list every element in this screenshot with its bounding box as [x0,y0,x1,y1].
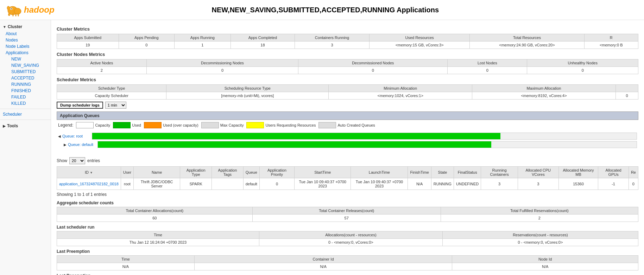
sidebar: ▼ Cluster About Nodes Node Labels Applic… [0,20,51,275]
sidebar-item-running[interactable]: RUNNING [6,81,51,88]
logo: hadoop [6,3,55,17]
header: hadoop NEW,NEW_SAVING,SUBMITTED,ACCEPTED… [0,0,644,20]
legend-auto-created: Auto Created Queues [318,122,375,128]
legend-capacity-box [76,122,94,128]
sidebar-item-scheduler[interactable]: Scheduler [0,111,51,117]
queue-default-link[interactable]: Queue: default [68,142,96,147]
sidebar-item-accepted[interactable]: ACCEPTED [6,75,51,81]
th-queue: Queue [243,167,259,178]
legend-max-capacity-label: Max Capacity [220,123,244,127]
queue-default-arrow[interactable]: ▶ [64,143,67,147]
th-app-type: Application Type [180,167,212,178]
hadoop-text: hadoop [24,5,55,15]
val-scheduler-type: Capacity Scheduler [57,92,166,100]
sidebar-item-node-labels[interactable]: Node Labels [0,43,51,50]
cell-start-time: Tue Jan 10 09:40:37 +0700 2023 [295,178,351,190]
cell-user: root [121,178,133,190]
val-total-releases: 57 [252,215,441,222]
cell-queue: default [243,178,259,190]
th-alloc-cpu: Allocated CPU VCores [518,167,558,178]
cell-alloc-cpu: 3 [518,178,558,190]
dump-logs-interval-select[interactable]: 1 min 5 min 10 min [105,102,126,109]
sidebar-item-new-saving[interactable]: NEW_SAVING [6,62,51,69]
app-id-link[interactable]: application_1673248702182_0018 [59,182,119,186]
val-total-fulfilled: 2 [441,215,638,222]
legend-users-requesting-box [246,122,264,128]
application-queues-title: Application Queues [57,111,638,120]
col-apps-completed: Apps Completed [231,34,295,41]
col-decommissioned-nodes: Decommissioned Nodes [298,59,448,67]
table-row: application_1673248702182_0018 root Thri… [57,178,638,190]
val-containers-running: 3 [295,41,370,49]
th-user: User [121,167,133,178]
legend-used-label: Used [132,123,141,127]
val-preemption-container-id: N/A [194,263,452,270]
queue-root-arrow[interactable]: ◀ [58,134,61,138]
queue-default-bar [98,141,491,148]
th-total-fulfilled: Total Fulfilled Reservations(count) [441,207,638,215]
th-total-releases: Total Container Releases(count) [252,207,441,215]
sidebar-item-about[interactable]: About [0,31,51,37]
sidebar-divider-2 [0,120,51,120]
queue-root-link[interactable]: Queue: root [62,134,90,138]
sidebar-item-applications[interactable]: Applications [0,50,51,56]
legend-max-capacity: Max Capacity [201,122,244,128]
hadoop-logo-icon [6,3,23,17]
main-layout: ▼ Cluster About Nodes Node Labels Applic… [0,20,644,275]
val-apps-completed: 18 [231,41,295,49]
val-min-allocation: <memory:1024, vCores:1> [329,92,472,100]
val-decommissioned-nodes: 0 [298,67,448,74]
val-apps-pending: 0 [119,41,175,49]
col-decommissioning-nodes: Decommissioning Nodes [146,59,298,67]
sidebar-tools-header[interactable]: ▶ Tools [0,122,51,130]
col-active-nodes: Active Nodes [57,59,147,67]
th-running-containers: Running Containers [481,167,518,178]
sidebar-item-failed[interactable]: FAILED [6,94,51,100]
sidebar-tools-section: ▶ Tools [0,122,51,130]
sidebar-item-finished[interactable]: FINISHED [6,88,51,94]
val-extra: 0 [615,92,638,100]
svg-point-1 [14,8,21,14]
th-id[interactable]: ID ▼ [57,167,121,178]
col-apps-pending: Apps Pending [119,34,175,41]
sidebar-item-submitted[interactable]: SUBMITTED [6,69,51,75]
th-total-alloc: Total Container Allocations(count) [57,207,253,215]
val-apps-submitted: 19 [57,41,119,49]
queue-default-row: ▶ Queue: default [57,140,638,149]
col-total-resources: Total Resources [470,34,584,41]
val-used-resources: <memory:15 GB, vCores:3> [369,41,469,49]
col-scheduling-resource-type: Scheduling Resource Type [166,85,329,92]
sidebar-item-new[interactable]: NEW [6,56,51,62]
th-launch-time: LaunchTime [351,167,408,178]
show-entries-select[interactable]: 10 20 50 100 [69,157,85,164]
show-label-post: entries [87,158,100,163]
val-apps-running: 1 [175,41,231,49]
val-run-reservations: 0 - <memory:0, vCores:0> [442,239,638,246]
sidebar-cluster-header[interactable]: ▼ Cluster [0,23,51,31]
th-preemption-container-id: Container Id [194,256,452,263]
last-scheduler-run-table: Time Allocations(count - resources) Rese… [57,231,638,246]
th-preemption-node-id: Node Id [452,256,638,263]
th-alloc-gpus: Allocated GPUs [598,167,629,178]
queue-root-bar [92,133,500,139]
legend-auto-created-label: Auto Created Queues [337,123,375,127]
sidebar-item-nodes[interactable]: Nodes [0,37,51,43]
main-content: Cluster Metrics Apps Submitted Apps Pend… [51,20,644,275]
col-apps-running: Apps Running [175,34,231,41]
sidebar-item-killed[interactable]: KILLED [6,100,51,107]
queue-root-row: ◀ Queue: root [57,132,638,140]
th-alloc-mem: Allocated Memory MB [558,167,598,178]
last-scheduler-run-title: Last scheduler run [57,225,638,230]
th-start-time: StartTime [295,167,351,178]
cell-id: application_1673248702182_0018 [57,178,121,190]
queue-container: ◀ Queue: root ▶ Queue: default [57,132,638,149]
val-scheduling-resource-type: [memory-mb (unit=Mi), vcores] [166,92,329,100]
cluster-nodes-table: Active Nodes Decommissioning Nodes Decom… [57,59,638,74]
legend-capacity-label: Capacity [95,123,110,127]
th-priority: Application Priority [259,167,294,178]
val-total-resources: <memory:24.90 GB, vCores:20> [470,41,584,49]
cell-name: Thrift JDBC/ODBC Server [134,178,180,190]
dump-scheduler-logs-button[interactable]: Dump scheduler logs [57,102,103,109]
val-preemption-time: N/A [57,263,195,270]
legend-max-capacity-box [201,122,219,128]
